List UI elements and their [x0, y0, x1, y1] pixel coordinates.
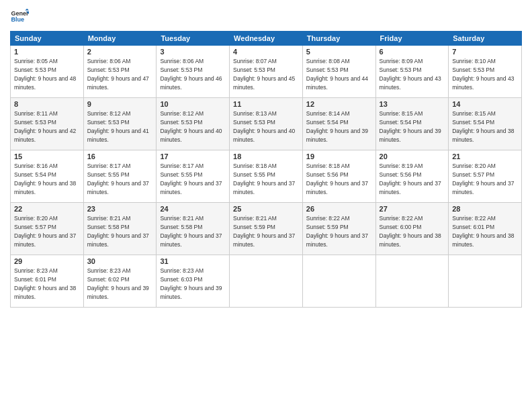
day-number: 12: [306, 100, 372, 108]
calendar-cell: [449, 255, 522, 308]
calendar-cell: 11 Sunrise: 8:13 AMSunset: 5:53 PMDaylig…: [230, 98, 303, 150]
day-number: 19: [306, 152, 372, 161]
calendar-cell: 31 Sunrise: 8:23 AMSunset: 6:03 PMDaylig…: [157, 255, 230, 308]
calendar-cell: 13 Sunrise: 8:15 AMSunset: 5:54 PMDaylig…: [375, 98, 449, 150]
calendar-cell: [230, 255, 303, 308]
day-info: Sunrise: 8:05 AMSunset: 5:53 PMDaylight:…: [14, 58, 76, 91]
calendar-cell: 26 Sunrise: 8:22 AMSunset: 5:59 PMDaylig…: [302, 203, 375, 255]
weekday-header-row: SundayMondayTuesdayWednesdayThursdayFrid…: [11, 32, 522, 46]
day-info: Sunrise: 8:22 AMSunset: 6:01 PMDaylight:…: [452, 215, 514, 248]
calendar-cell: 18 Sunrise: 8:18 AMSunset: 5:55 PMDaylig…: [230, 150, 303, 203]
calendar-page: General Blue SundayMondayTuesdayWednesda…: [0, 0, 532, 411]
day-number: 18: [233, 152, 299, 161]
calendar-cell: 2 Sunrise: 8:06 AMSunset: 5:53 PMDayligh…: [83, 46, 157, 98]
day-info: Sunrise: 8:18 AMSunset: 5:55 PMDaylight:…: [233, 163, 295, 195]
day-number: 13: [380, 100, 445, 108]
day-info: Sunrise: 8:06 AMSunset: 5:53 PMDaylight:…: [160, 58, 222, 91]
weekday-header: Wednesday: [230, 32, 303, 46]
weekday-header: Saturday: [449, 32, 522, 46]
calendar-cell: 7 Sunrise: 8:10 AMSunset: 5:53 PMDayligh…: [449, 46, 522, 98]
day-info: Sunrise: 8:19 AMSunset: 5:56 PMDaylight:…: [380, 163, 441, 195]
day-number: 22: [14, 205, 80, 213]
calendar-cell: 19 Sunrise: 8:18 AMSunset: 5:56 PMDaylig…: [302, 150, 375, 203]
day-info: Sunrise: 8:20 AMSunset: 5:57 PMDaylight:…: [452, 163, 514, 195]
calendar-cell: [375, 255, 449, 308]
day-info: Sunrise: 8:09 AMSunset: 5:53 PMDaylight:…: [380, 58, 441, 91]
day-info: Sunrise: 8:08 AMSunset: 5:53 PMDaylight:…: [306, 58, 368, 91]
day-info: Sunrise: 8:06 AMSunset: 5:53 PMDaylight:…: [87, 58, 149, 91]
day-number: 17: [160, 152, 226, 161]
calendar-cell: 20 Sunrise: 8:19 AMSunset: 5:56 PMDaylig…: [375, 150, 449, 203]
day-number: 29: [14, 257, 80, 265]
weekday-header: Friday: [375, 32, 449, 46]
day-number: 3: [160, 48, 226, 56]
day-number: 8: [14, 100, 80, 108]
calendar-cell: 6 Sunrise: 8:09 AMSunset: 5:53 PMDayligh…: [375, 46, 449, 98]
day-info: Sunrise: 8:17 AMSunset: 5:55 PMDaylight:…: [87, 163, 149, 195]
day-info: Sunrise: 8:13 AMSunset: 5:53 PMDaylight:…: [233, 110, 295, 143]
day-number: 23: [87, 205, 153, 213]
day-number: 30: [87, 257, 153, 265]
calendar-cell: 4 Sunrise: 8:07 AMSunset: 5:53 PMDayligh…: [230, 46, 303, 98]
calendar-table: SundayMondayTuesdayWednesdayThursdayFrid…: [10, 31, 522, 308]
calendar-week-row: 1 Sunrise: 8:05 AMSunset: 5:53 PMDayligh…: [11, 46, 522, 98]
calendar-cell: 3 Sunrise: 8:06 AMSunset: 5:53 PMDayligh…: [157, 46, 230, 98]
day-number: 9: [87, 100, 153, 108]
day-info: Sunrise: 8:16 AMSunset: 5:54 PMDaylight:…: [14, 163, 76, 195]
calendar-cell: 10 Sunrise: 8:12 AMSunset: 5:53 PMDaylig…: [157, 98, 230, 150]
weekday-header: Sunday: [11, 32, 84, 46]
calendar-cell: 27 Sunrise: 8:22 AMSunset: 6:00 PMDaylig…: [375, 203, 449, 255]
calendar-cell: 14 Sunrise: 8:15 AMSunset: 5:54 PMDaylig…: [449, 98, 522, 150]
header: General Blue: [10, 7, 522, 26]
day-info: Sunrise: 8:14 AMSunset: 5:54 PMDaylight:…: [306, 110, 368, 143]
day-number: 15: [14, 152, 80, 161]
calendar-cell: 16 Sunrise: 8:17 AMSunset: 5:55 PMDaylig…: [83, 150, 157, 203]
day-info: Sunrise: 8:15 AMSunset: 5:54 PMDaylight:…: [452, 110, 514, 143]
calendar-week-row: 22 Sunrise: 8:20 AMSunset: 5:57 PMDaylig…: [11, 203, 522, 255]
day-info: Sunrise: 8:18 AMSunset: 5:56 PMDaylight:…: [306, 163, 368, 195]
day-number: 24: [160, 205, 226, 213]
day-number: 5: [306, 48, 372, 56]
day-info: Sunrise: 8:07 AMSunset: 5:53 PMDaylight:…: [233, 58, 295, 91]
calendar-cell: 25 Sunrise: 8:21 AMSunset: 5:59 PMDaylig…: [230, 203, 303, 255]
day-info: Sunrise: 8:23 AMSunset: 6:02 PMDaylight:…: [87, 267, 149, 300]
day-number: 27: [380, 205, 445, 213]
day-info: Sunrise: 8:21 AMSunset: 5:58 PMDaylight:…: [87, 215, 149, 248]
day-number: 7: [452, 48, 518, 56]
day-number: 2: [87, 48, 153, 56]
day-number: 25: [233, 205, 299, 213]
day-info: Sunrise: 8:22 AMSunset: 5:59 PMDaylight:…: [306, 215, 368, 248]
day-number: 31: [160, 257, 226, 265]
calendar-cell: 1 Sunrise: 8:05 AMSunset: 5:53 PMDayligh…: [11, 46, 84, 98]
day-number: 4: [233, 48, 299, 56]
calendar-cell: 17 Sunrise: 8:17 AMSunset: 5:55 PMDaylig…: [157, 150, 230, 203]
day-number: 26: [306, 205, 372, 213]
calendar-cell: 9 Sunrise: 8:12 AMSunset: 5:53 PMDayligh…: [83, 98, 157, 150]
day-info: Sunrise: 8:17 AMSunset: 5:55 PMDaylight:…: [160, 163, 222, 195]
day-info: Sunrise: 8:23 AMSunset: 6:03 PMDaylight:…: [160, 267, 222, 300]
day-number: 16: [87, 152, 153, 161]
day-number: 6: [380, 48, 445, 56]
day-number: 20: [380, 152, 445, 161]
calendar-cell: 23 Sunrise: 8:21 AMSunset: 5:58 PMDaylig…: [83, 203, 157, 255]
day-info: Sunrise: 8:15 AMSunset: 5:54 PMDaylight:…: [380, 110, 441, 143]
day-info: Sunrise: 8:12 AMSunset: 5:53 PMDaylight:…: [160, 110, 222, 143]
calendar-cell: 5 Sunrise: 8:08 AMSunset: 5:53 PMDayligh…: [302, 46, 375, 98]
day-number: 28: [452, 205, 518, 213]
weekday-header: Thursday: [302, 32, 375, 46]
svg-text:Blue: Blue: [11, 16, 24, 23]
day-info: Sunrise: 8:21 AMSunset: 5:58 PMDaylight:…: [160, 215, 222, 248]
calendar-cell: 24 Sunrise: 8:21 AMSunset: 5:58 PMDaylig…: [157, 203, 230, 255]
calendar-cell: [302, 255, 375, 308]
svg-text:General: General: [11, 10, 29, 17]
weekday-header: Tuesday: [157, 32, 230, 46]
calendar-week-row: 15 Sunrise: 8:16 AMSunset: 5:54 PMDaylig…: [11, 150, 522, 203]
calendar-cell: 21 Sunrise: 8:20 AMSunset: 5:57 PMDaylig…: [449, 150, 522, 203]
calendar-week-row: 8 Sunrise: 8:11 AMSunset: 5:53 PMDayligh…: [11, 98, 522, 150]
day-info: Sunrise: 8:11 AMSunset: 5:53 PMDaylight:…: [14, 110, 76, 143]
day-info: Sunrise: 8:10 AMSunset: 5:53 PMDaylight:…: [452, 58, 514, 91]
logo-icon: General Blue: [10, 7, 29, 26]
calendar-week-row: 29 Sunrise: 8:23 AMSunset: 6:01 PMDaylig…: [11, 255, 522, 308]
weekday-header: Monday: [83, 32, 157, 46]
calendar-cell: 12 Sunrise: 8:14 AMSunset: 5:54 PMDaylig…: [302, 98, 375, 150]
